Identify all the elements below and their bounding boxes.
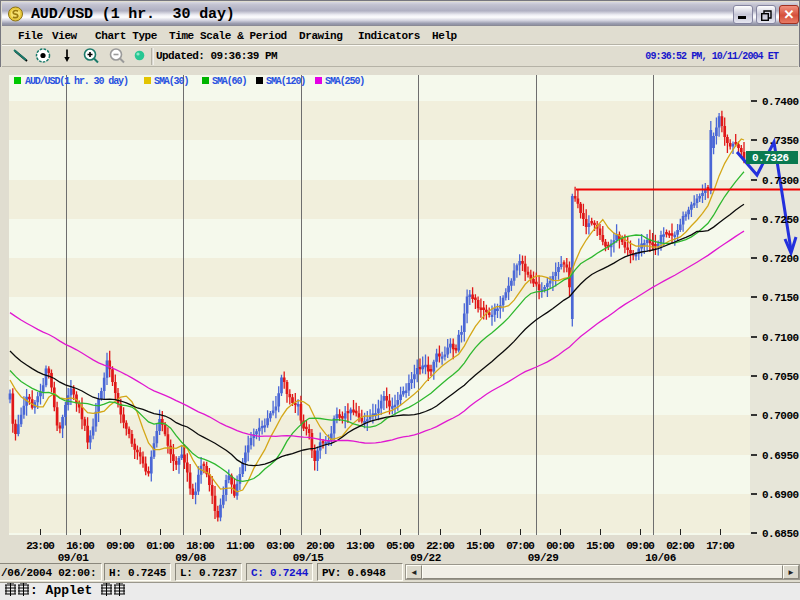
svg-text:0.7300: 0.7300 <box>762 175 799 187</box>
svg-text:09/01: 09/01 <box>58 552 89 562</box>
svg-text:0.7350: 0.7350 <box>762 135 799 147</box>
svg-text:22:00: 22:00 <box>426 540 454 552</box>
svg-text:23:00: 23:00 <box>26 540 54 552</box>
svg-text:15:00: 15:00 <box>586 540 614 552</box>
svg-text:SMA(60): SMA(60) <box>212 76 246 87</box>
svg-text:0.7150: 0.7150 <box>762 292 799 304</box>
svg-text:20:00: 20:00 <box>306 540 334 552</box>
svg-text:01:00: 01:00 <box>146 540 174 552</box>
svg-text:0.7326: 0.7326 <box>752 152 789 164</box>
svg-text:0.7000: 0.7000 <box>762 410 799 422</box>
svg-text:SMA(250): SMA(250) <box>325 76 364 87</box>
svg-text:03:00: 03:00 <box>266 540 294 552</box>
svg-text:09/08: 09/08 <box>175 552 206 562</box>
svg-text:07:00: 07:00 <box>506 540 534 552</box>
svg-text:09/22: 09/22 <box>410 552 441 562</box>
svg-text:15:00: 15:00 <box>466 540 494 552</box>
svg-text:09:00: 09:00 <box>106 540 134 552</box>
svg-text:11:00: 11:00 <box>226 540 254 552</box>
svg-text:05:00: 05:00 <box>386 540 414 552</box>
svg-text:13:00: 13:00 <box>346 540 374 552</box>
svg-text:0.6850: 0.6850 <box>762 528 799 540</box>
svg-text:0.7200: 0.7200 <box>762 253 799 265</box>
svg-text:00:00: 00:00 <box>546 540 574 552</box>
svg-text:17:00: 17:00 <box>706 540 734 552</box>
svg-text:0.7400: 0.7400 <box>762 96 799 108</box>
svg-text:18:00: 18:00 <box>186 540 214 552</box>
svg-text:SMA(30): SMA(30) <box>154 76 188 87</box>
svg-text:SMA(120): SMA(120) <box>266 76 305 87</box>
svg-text:0.6950: 0.6950 <box>762 450 799 462</box>
svg-text:0.7250: 0.7250 <box>762 214 799 226</box>
svg-text:02:00: 02:00 <box>666 540 694 552</box>
svg-text:0.6900: 0.6900 <box>762 489 799 501</box>
svg-text:09/29: 09/29 <box>528 552 559 562</box>
svg-text:16:00: 16:00 <box>66 540 94 552</box>
svg-text:0.7100: 0.7100 <box>762 332 799 344</box>
svg-text:09:00: 09:00 <box>626 540 654 552</box>
svg-text:09/15: 09/15 <box>293 552 324 562</box>
svg-text:AUD/USD(1 hr. 30 day): AUD/USD(1 hr. 30 day) <box>25 76 128 87</box>
svg-text:10/06: 10/06 <box>645 552 676 562</box>
svg-text:0.7050: 0.7050 <box>762 371 799 383</box>
